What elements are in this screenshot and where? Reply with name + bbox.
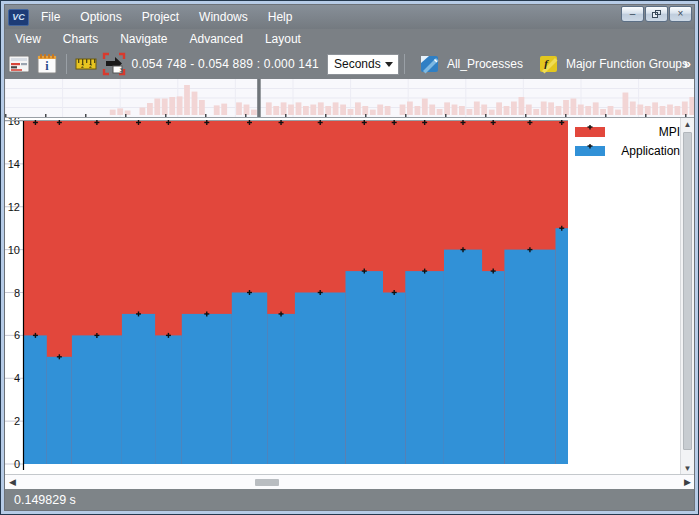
y-axis-tick-label: 6 (14, 329, 20, 341)
menu-help[interactable]: Help (258, 7, 303, 27)
app-icon: VC (8, 9, 29, 26)
navigator-histogram (5, 79, 695, 117)
legend-label: Application (621, 144, 680, 158)
navigator-cursor (257, 79, 261, 117)
y-axis-tick-label: 4 (14, 372, 20, 384)
horizontal-scroll-thumb[interactable] (255, 479, 279, 486)
menu-navigate[interactable]: Navigate (109, 30, 178, 48)
restore-button[interactable] (645, 6, 668, 22)
function-aggregation-button[interactable]: f Major Function Groups (533, 53, 694, 76)
restore-icon (652, 10, 661, 18)
function-group-icon: f (539, 55, 560, 74)
zoom-to-selection-button[interactable]: 3 (101, 52, 127, 76)
scroll-up-icon[interactable]: ▲ (681, 118, 694, 130)
process-aggregation-icon (420, 55, 441, 74)
minimize-button[interactable]: – (621, 6, 644, 22)
unit-select[interactable]: Seconds (327, 54, 399, 75)
close-icon: × (678, 8, 684, 19)
vertical-scroll-track[interactable] (681, 130, 694, 462)
toolbar-overflow-button[interactable]: » (684, 56, 691, 71)
zoom-to-selection-icon: 3 (102, 52, 126, 76)
toolbar-separator-2 (404, 54, 405, 74)
menu-advanced[interactable]: Advanced (179, 30, 254, 48)
y-axis-tick-label: 0 (14, 458, 20, 470)
window-content: VC File Options Project Windows Help – ×… (4, 4, 695, 511)
y-axis-tick-label: 16 (8, 118, 20, 127)
y-axis-tick-label: 2 (14, 415, 20, 427)
menu-bar-row2: View Charts Navigate Advanced Layout (5, 29, 694, 49)
vertical-scroll-thumb[interactable] (683, 132, 692, 450)
y-axis-tick-label: 10 (8, 244, 20, 256)
scroll-right-icon[interactable]: ▶ (684, 477, 691, 487)
window-controls: – × (621, 6, 692, 22)
info-icon: i (36, 53, 58, 75)
unit-select-value: Seconds (334, 57, 381, 71)
menu-project[interactable]: Project (132, 7, 189, 27)
menu-bar-row1: VC File Options Project Windows Help – × (5, 5, 694, 29)
selected-time-range: 0.054 748 - 0.054 889 : 0.000 141 (132, 57, 319, 71)
menu-options[interactable]: Options (70, 7, 131, 27)
menu-layout[interactable]: Layout (254, 30, 312, 48)
ruler-icon: 22 (75, 56, 97, 72)
function-profile-icon (8, 54, 30, 74)
menu-windows[interactable]: Windows (189, 7, 258, 27)
ruler-button[interactable]: 22 (73, 52, 99, 76)
function-aggregation-label: Major Function Groups (566, 57, 688, 71)
total-trace-time: 0.149829 s (5, 493, 76, 507)
vertical-scrollbar[interactable]: ▲ ▼ (680, 118, 694, 474)
status-bar: 0.149829 s (5, 489, 694, 511)
app-window: VC File Options Project Windows Help – ×… (0, 0, 699, 515)
scroll-down-icon[interactable]: ▼ (681, 462, 694, 474)
legend-label: MPI (659, 125, 680, 139)
svg-text:2: 2 (89, 63, 92, 69)
menu-charts[interactable]: Charts (52, 30, 109, 48)
main-menu: File Options Project Windows Help (29, 7, 302, 27)
horizontal-scrollbar[interactable]: ◀ ▶ (5, 474, 694, 489)
y-axis-tick-label: 12 (8, 201, 20, 213)
legend: MPIApplication (575, 125, 680, 158)
toolbar-separator (66, 54, 67, 74)
minimize-icon: – (630, 8, 636, 19)
quantitative-timeline: 0246810121416MPIApplication ▲ ▼ (5, 118, 694, 474)
svg-text:3: 3 (119, 67, 122, 73)
process-aggregation-button[interactable]: All_Processes (414, 53, 529, 76)
svg-text:2: 2 (81, 63, 84, 69)
y-axis-tick-label: 8 (14, 287, 20, 299)
y-axis-tick-label: 14 (8, 158, 20, 170)
scroll-left-icon[interactable]: ◀ (9, 477, 16, 487)
chevron-down-icon (385, 62, 393, 67)
function-profile-button[interactable] (6, 52, 32, 76)
trace-navigator[interactable] (5, 79, 694, 118)
close-button[interactable]: × (669, 6, 692, 22)
quantitative-timeline-chart[interactable]: 0246810121416MPIApplication (5, 118, 682, 474)
process-aggregation-label: All_Processes (447, 57, 523, 71)
menu-view[interactable]: View (5, 30, 52, 48)
toolbar: i 22 (5, 49, 694, 79)
menu-file[interactable]: File (29, 7, 70, 27)
navigator-bars (110, 85, 695, 115)
info-button[interactable]: i (34, 52, 60, 76)
